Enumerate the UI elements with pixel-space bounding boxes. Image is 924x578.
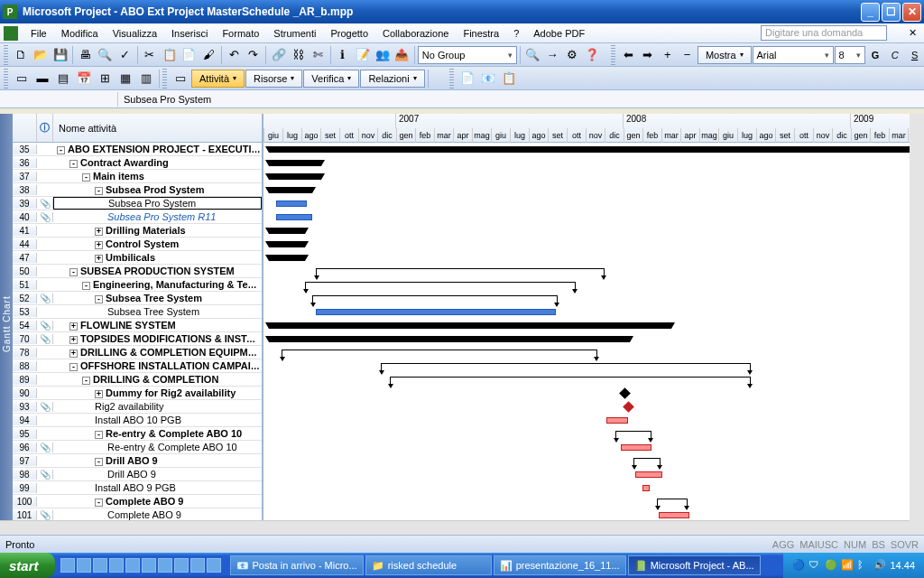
ql-outlook-icon[interactable] <box>93 558 107 573</box>
row-id[interactable]: 51 <box>13 280 37 290</box>
help-search-input[interactable]: Digitare una domanda <box>761 25 887 41</box>
table-row[interactable]: 88-OFFSHORE INSTALLATION CAMPAIGN <box>13 359 262 373</box>
expand-toggle[interactable]: - <box>95 187 103 195</box>
row-name[interactable]: -OFFSHORE INSTALLATION CAMPAIGN <box>53 360 262 371</box>
gantt-bar[interactable] <box>269 241 305 247</box>
resources-pane-button[interactable]: Risorse▾ <box>245 70 302 88</box>
table-row[interactable]: 99Install ABO 9 PGB <box>13 481 262 495</box>
row-id[interactable]: 90 <box>13 388 37 398</box>
table-row[interactable]: 39📎Subsea Pro System <box>13 197 262 210</box>
print-preview-icon[interactable]: 🔍 <box>96 45 115 65</box>
table-row[interactable]: 36-Contract Awarding <box>13 156 262 170</box>
gantt-bar[interactable] <box>276 200 307 207</box>
row-name[interactable]: Rig2 availability <box>53 401 262 412</box>
gantt-chart[interactable]: 200720082009giulugagosetottnovdicgenfebm… <box>263 114 924 535</box>
minimize-button[interactable]: _ <box>861 3 880 22</box>
row-name[interactable]: Drill ABO 9 <box>53 469 262 480</box>
split-icon[interactable]: ✄ <box>309 45 328 65</box>
row-name[interactable]: -Engineering, Manufacturing & Testing <box>53 279 262 290</box>
expand-toggle[interactable]: - <box>95 431 103 439</box>
table-row[interactable]: 50-SUBSEA PRODUCTION SYSTEM <box>13 265 262 278</box>
italic-icon[interactable]: C <box>885 45 904 65</box>
ql-ppt-icon[interactable] <box>158 558 172 573</box>
row-id[interactable]: 36 <box>13 158 37 168</box>
menu-collab[interactable]: Collaborazione <box>375 25 456 42</box>
gantt-hscrollbar[interactable] <box>263 520 924 535</box>
gantt-bar[interactable] <box>269 187 312 193</box>
underline-icon[interactable]: S <box>905 45 924 65</box>
row-id[interactable]: 41 <box>13 226 37 236</box>
table-row[interactable]: 54📎+FLOWLINE SYSTEM <box>13 319 262 332</box>
row-name[interactable]: Subsea Pro System <box>53 197 262 210</box>
expand-toggle[interactable]: - <box>95 499 103 507</box>
row-id[interactable]: 97 <box>13 456 37 466</box>
gantt-bar[interactable] <box>642 485 650 491</box>
expand-toggle[interactable]: - <box>82 377 90 385</box>
group-by-select[interactable]: No Group <box>418 46 517 64</box>
ql-explorer-icon[interactable] <box>190 558 205 573</box>
gantt-bar[interactable] <box>619 387 631 399</box>
copy-icon[interactable]: 📋 <box>160 45 179 65</box>
row-name[interactable]: +Umbilicals <box>53 252 262 263</box>
gantt-bar[interactable] <box>621 444 651 451</box>
entry-bar-value[interactable]: Subsea Pro System <box>117 92 924 107</box>
expand-toggle[interactable]: - <box>95 458 103 466</box>
note-icon[interactable]: 📝 <box>353 45 372 65</box>
wizard-icon[interactable]: ⚙ <box>562 45 581 65</box>
gantt-bar[interactable] <box>615 431 651 438</box>
menu-project[interactable]: Progetto <box>323 25 375 42</box>
tray-bluetooth-icon[interactable]: ᛒ <box>857 559 870 572</box>
row-id[interactable]: 89 <box>13 375 37 385</box>
tray-network-icon[interactable]: 📶 <box>841 559 854 572</box>
gantt-bar[interactable] <box>269 336 630 342</box>
col-header-indicator[interactable]: ⓘ <box>37 114 53 142</box>
gantt-bar[interactable] <box>269 255 305 261</box>
col-header-id[interactable] <box>13 114 37 142</box>
tasks-pane-button[interactable]: Attività▾ <box>191 70 245 88</box>
menu-format[interactable]: Formato <box>215 25 266 42</box>
row-id[interactable]: 38 <box>13 185 37 195</box>
gantt-bar[interactable] <box>633 458 661 465</box>
row-name[interactable]: -Re-entry & Complete ABO 10 <box>53 428 262 439</box>
toolbar-grip[interactable] <box>4 45 8 65</box>
row-id[interactable]: 78 <box>13 348 37 358</box>
table-row[interactable]: 37-Main items <box>13 170 262 183</box>
menu-tools[interactable]: Strumenti <box>266 25 323 42</box>
expand-toggle[interactable]: - <box>57 146 65 154</box>
report-pane-button[interactable]: Relazioni▾ <box>360 70 424 88</box>
table-row[interactable]: 52📎-Subsea Tree System <box>13 292 262 305</box>
row-name[interactable]: -ABO EXTENSION PROJECT - EXECUTION PHASE <box>53 144 262 154</box>
row-id[interactable]: 47 <box>13 253 37 263</box>
ql-pdf-icon[interactable] <box>174 558 189 573</box>
row-id[interactable]: 52 <box>13 294 37 303</box>
bold-icon[interactable]: G <box>866 45 885 65</box>
row-id[interactable]: 93 <box>13 402 37 412</box>
row-id[interactable]: 44 <box>13 239 37 249</box>
open-icon[interactable]: 📂 <box>32 45 51 65</box>
help-icon[interactable]: ❓ <box>582 45 601 65</box>
unlink-icon[interactable]: ⛓ <box>289 45 308 65</box>
taskbar-task[interactable]: 📗Microsoft Project - AB... <box>628 555 761 575</box>
gantt-bar[interactable] <box>312 295 558 303</box>
table-row[interactable]: 47+Umbilicals <box>13 251 262 265</box>
doc-close-button[interactable]: ✕ <box>905 27 920 39</box>
table-row[interactable]: 53Subsea Tree System <box>13 305 262 319</box>
undo-icon[interactable]: ↶ <box>225 45 244 65</box>
table-row[interactable]: 96📎Re-entry & Complete ABO 10 <box>13 441 262 454</box>
row-name[interactable]: Install ABO 10 PGB <box>53 415 262 425</box>
table-row[interactable]: 94Install ABO 10 PGB <box>13 414 262 427</box>
table-row[interactable]: 35-ABO EXTENSION PROJECT - EXECUTION PHA… <box>13 143 262 156</box>
row-name[interactable]: -SUBSEA PRODUCTION SYSTEM <box>53 266 262 276</box>
row-name[interactable]: +Dummy for Rig2 availability <box>53 387 262 398</box>
new-icon[interactable]: 🗋 <box>12 45 31 65</box>
ql-project-icon[interactable] <box>142 558 156 573</box>
table-hscrollbar[interactable] <box>13 520 263 535</box>
expand-toggle[interactable]: - <box>95 295 103 303</box>
table-row[interactable]: 93📎Rig2 availability <box>13 400 262 414</box>
gantt-bar[interactable] <box>269 228 305 234</box>
pdf-icon[interactable]: 📄 <box>457 69 477 89</box>
row-name[interactable]: +Drilling Materials <box>53 225 262 236</box>
guide-icon[interactable]: ▭ <box>171 69 190 89</box>
toolbar-grip[interactable] <box>4 69 8 89</box>
menu-edit[interactable]: Modifica <box>54 25 106 42</box>
